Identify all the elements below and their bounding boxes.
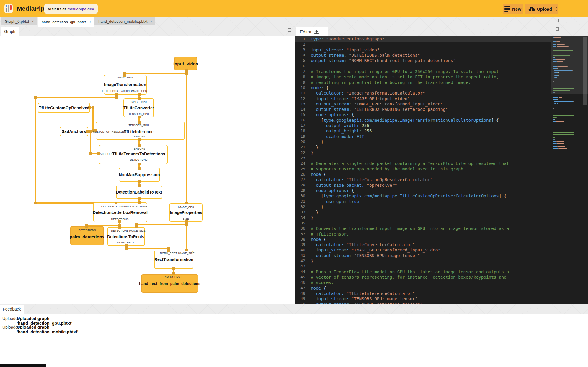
minimap-mark (553, 99, 557, 100)
feedback-strip (0, 304, 588, 314)
line-number: 35 (295, 220, 308, 226)
graph-edge (186, 70, 187, 204)
code-text: # image, the scale_mode option is set to… (311, 74, 499, 79)
code-line: 39 calculator: "TfLiteConverterCalculato… (295, 242, 588, 247)
right-column-expand-icon[interactable] (556, 19, 559, 22)
close-tab-icon[interactable]: × (32, 19, 34, 24)
code-text: node { (311, 237, 326, 242)
new-button[interactable]: New (503, 4, 523, 14)
node-title: TfLiteInference (124, 129, 153, 134)
tab-graph[interactable]: Graph (1, 27, 19, 36)
app-header: MediaPipe Visit us at mediapipe.dev New … (0, 0, 588, 17)
new-button-label: New (512, 7, 521, 12)
line-number: 30 (295, 193, 308, 199)
code-text: [type.googleapis.com/mediapipe.TfLiteCus… (311, 193, 507, 199)
code-text: output_stream: "DETECTIONS:palm_detectio… (311, 53, 420, 58)
minimap-mark (553, 141, 556, 142)
editor-minimap[interactable] (551, 36, 588, 304)
code-text: input_stream: "IMAGE_GPU:transformed_inp… (311, 247, 440, 253)
code-line: 48 calculator: "TfLiteInferenceCalculato… (295, 291, 588, 296)
code-line: 33 } (295, 210, 588, 215)
port-joint (34, 96, 37, 99)
code-line: 27 calculator: "TfLiteCustomOpResolverCa… (295, 177, 588, 182)
code-text: # resulting in potential letterboxing in… (311, 80, 471, 85)
code-line: 7# Transforms the input image on GPU to … (295, 69, 588, 74)
port-label: NORM_RECT (117, 241, 134, 244)
file-tab-hand_detection_gpu.pbtxt[interactable]: hand_detection_gpu.pbtxt× (38, 17, 94, 27)
port-joint (172, 272, 175, 275)
port-joint (86, 130, 89, 133)
line-number: 31 (295, 199, 308, 204)
minimap-mark (556, 141, 564, 142)
app-background: MediaPipe Visit us at mediapipe.dev New … (0, 0, 588, 367)
minimap-viewport[interactable] (551, 36, 588, 94)
node-title: NonMaxSuppression (119, 172, 160, 177)
code-line: 22} (295, 150, 588, 155)
line-number: 38 (295, 237, 308, 242)
port-label: ANCHORS (100, 152, 113, 155)
node-title: ImageProperties (170, 210, 202, 215)
line-number: 29 (295, 188, 308, 193)
line-number: 5 (295, 58, 308, 63)
close-tab-icon[interactable]: × (150, 19, 152, 24)
download-icon[interactable] (314, 29, 319, 34)
port-label: IMAGE_SIZE (129, 229, 145, 232)
graph-edge (124, 73, 187, 74)
node-title: TfLiteCustomOpResolver (39, 105, 89, 110)
graph-panel-expand-icon[interactable] (288, 28, 291, 32)
code-text: [type.googleapis.com/mediapipe.ImageTran… (311, 118, 499, 123)
graph-edge (136, 224, 187, 225)
minimap-mark (553, 124, 557, 124)
code-line: 50 output_stream: "TENSORS:detection_ten… (295, 302, 588, 304)
file-tab-label: hand_detection_gpu.pbtxt (42, 20, 86, 24)
minimap-mark (553, 121, 556, 122)
code-text: node { (311, 285, 326, 291)
code-text: } (311, 144, 318, 150)
line-number: 12 (295, 96, 308, 101)
code-editor[interactable]: 1type: "HandDetectionSubgraph"23input_st… (295, 36, 588, 304)
graph-tab-label: Graph (4, 29, 15, 34)
file-tab-Graph_0.pbtxt[interactable]: Graph_0.pbtxt× (1, 17, 37, 25)
code-text: } (311, 258, 313, 264)
graph-canvas[interactable]: input_videoImageTransformationIMAGE_GPUL… (0, 36, 295, 304)
code-line: 8# image, the scale_mode option is set t… (295, 74, 588, 79)
feedback-panel-expand-icon[interactable] (582, 306, 585, 309)
line-number: 47 (295, 285, 308, 291)
minimap-mark (553, 132, 574, 133)
code-line: 35 (295, 220, 588, 226)
code-text: # vector of tensors representing, for in… (311, 275, 507, 280)
tab-feedback[interactable]: Feedback (0, 305, 24, 314)
file-tab-hand_detection_mobile.pbtxt[interactable]: hand_detection_mobile.pbtxt× (94, 17, 155, 25)
port-label: IMAGE_GPU (117, 76, 133, 79)
line-number: 28 (295, 183, 308, 188)
port-label: LETTERBOX_PADDING (101, 205, 131, 208)
cloud-upload-icon (528, 7, 535, 12)
file-tab-label: Graph_0.pbtxt (5, 19, 29, 24)
minimap-mark (573, 101, 574, 102)
editor-panel-expand-icon[interactable] (556, 27, 559, 31)
graph-edge (90, 131, 91, 154)
line-number: 1 (295, 36, 308, 42)
upload-button[interactable]: Upload (525, 4, 558, 14)
code-line: 13 output_stream: "IMAGE_GPU:transformed… (295, 101, 588, 107)
code-line: 11 calculator: "ImageTransformationCalcu… (295, 90, 588, 96)
line-number: 42 (295, 258, 308, 264)
tab-editor[interactable]: Editor (296, 27, 328, 36)
line-number: 43 (295, 264, 308, 269)
code-text: } (311, 215, 313, 220)
code-line: 47node { (295, 285, 588, 291)
code-text: calculator: "TfLiteInferenceCalculator" (311, 291, 415, 296)
code-line: 18 output_height: 256 (295, 128, 588, 134)
port-joint (138, 201, 141, 204)
mediapipe-dev-link[interactable]: mediapipe.dev (67, 7, 94, 11)
code-text: input_stream: "IMAGE_GPU:input_video" (311, 96, 410, 101)
line-number: 24 (295, 161, 308, 166)
code-line: 15 node_options: { (295, 112, 588, 117)
minimap-mark (557, 126, 565, 126)
port-joint (185, 202, 188, 204)
more-options-icon[interactable] (556, 7, 557, 11)
port-label: IMAGE_GPU (131, 100, 147, 103)
scrollbar-thumb[interactable] (583, 37, 587, 105)
node-title: SsdAnchors (62, 129, 86, 134)
close-tab-icon[interactable]: × (89, 20, 91, 24)
